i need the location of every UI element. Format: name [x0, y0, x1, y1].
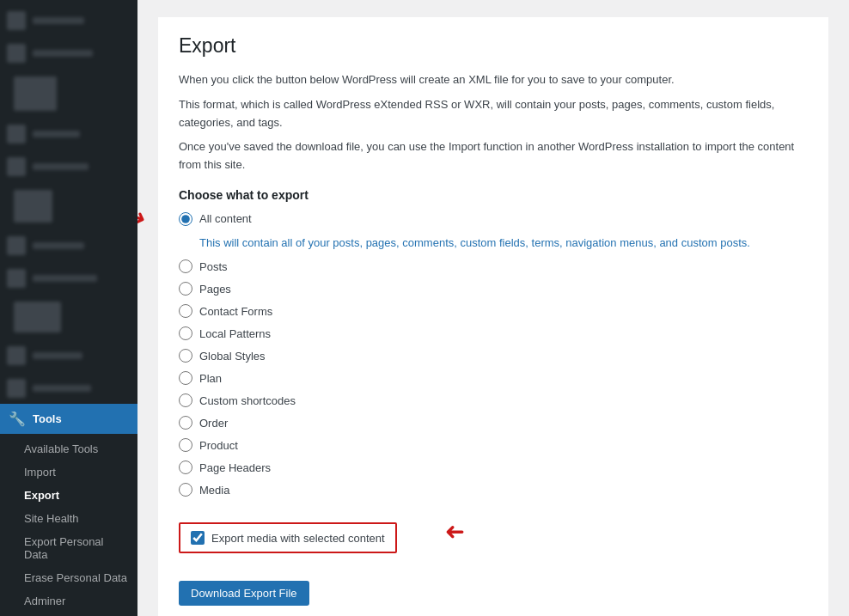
radio-all-content[interactable]: All content [179, 212, 252, 226]
radio-page-headers-label: Page Headers [199, 461, 271, 474]
export-media-row: Export media with selected content ➜ [179, 509, 808, 553]
export-media-checkbox-section[interactable]: Export media with selected content [179, 522, 397, 553]
radio-custom-shortcodes[interactable]: Custom shortcodes [179, 393, 808, 407]
desc1: When you click the button below WordPres… [179, 71, 808, 89]
radio-all-content-input[interactable] [179, 212, 192, 226]
radio-pages[interactable]: Pages [179, 282, 808, 296]
sidebar-submenu: Available Tools Import Export Site Healt… [0, 434, 137, 616]
radio-posts-label: Posts [199, 260, 228, 273]
radio-page-headers[interactable]: Page Headers [179, 460, 808, 474]
sidebar-item-adminer[interactable]: Adminer [0, 589, 137, 613]
radio-order-label: Order [199, 417, 228, 430]
radio-contact-forms[interactable]: Contact Forms [179, 304, 808, 318]
radio-plan-label: Plan [199, 372, 222, 385]
radio-pages-label: Pages [199, 283, 231, 296]
sidebar-item-export[interactable]: Export [0, 484, 137, 507]
radio-media-input[interactable] [179, 483, 192, 497]
sidebar-item-site-health[interactable]: Site Health [0, 507, 137, 530]
radio-local-patterns[interactable]: Local Patterns [179, 326, 808, 340]
tools-icon: 🔧 [9, 411, 26, 427]
radio-contact-forms-input[interactable] [179, 304, 192, 318]
radio-pages-input[interactable] [179, 282, 192, 296]
download-export-btn[interactable]: Download Export File [179, 581, 309, 606]
page-title: Export [179, 34, 808, 58]
radio-custom-shortcodes-label: Custom shortcodes [199, 394, 296, 407]
radio-media[interactable]: Media [179, 483, 808, 497]
sidebar-top-items [0, 0, 137, 404]
sidebar-tools-header[interactable]: 🔧 Tools [0, 404, 137, 434]
export-media-label: Export media with selected content [211, 532, 385, 545]
content-wrapper: Export When you click the button below W… [158, 17, 828, 616]
main-content: Export When you click the button below W… [137, 0, 849, 616]
radio-product[interactable]: Product [179, 438, 808, 452]
radio-media-label: Media [199, 484, 229, 497]
arrow-all-content: ➜ [137, 201, 150, 233]
radio-local-patterns-input[interactable] [179, 326, 192, 340]
radio-product-label: Product [199, 439, 238, 452]
radio-global-styles[interactable]: Global Styles [179, 349, 808, 363]
radio-local-patterns-label: Local Patterns [199, 327, 271, 340]
radio-contact-forms-label: Contact Forms [199, 305, 272, 318]
radio-custom-shortcodes-input[interactable] [179, 393, 192, 407]
sidebar-item-available-tools[interactable]: Available Tools [0, 437, 137, 460]
sidebar-item-import[interactable]: Import [0, 460, 137, 484]
radio-global-styles-input[interactable] [179, 349, 192, 363]
sidebar-item-erase-personal-data[interactable]: Erase Personal Data [0, 566, 137, 589]
desc3: Once you've saved the download file, you… [179, 138, 808, 174]
all-content-desc: This will contain all of your posts, pag… [199, 235, 808, 252]
radio-order-input[interactable] [179, 416, 192, 430]
radio-product-input[interactable] [179, 438, 192, 452]
tools-label: Tools [33, 412, 62, 425]
sidebar-tools-section[interactable]: 🔧 Tools [0, 404, 137, 434]
export-media-checkbox[interactable] [191, 531, 205, 545]
radio-posts-input[interactable] [179, 259, 192, 273]
radio-plan[interactable]: Plan [179, 371, 808, 385]
sidebar-item-export-personal-data[interactable]: Export Personal Data [0, 530, 137, 566]
sidebar: 🔧 Tools Available Tools Import Export Si… [0, 0, 137, 616]
radio-posts[interactable]: Posts [179, 259, 808, 273]
desc2: This format, which is called WordPress e… [179, 96, 808, 132]
radio-group: Posts Pages Contact Forms Local Patterns… [179, 259, 808, 497]
choose-heading: Choose what to export [179, 188, 808, 202]
radio-all-content-label: All content [199, 212, 252, 225]
radio-global-styles-label: Global Styles [199, 350, 266, 363]
radio-plan-input[interactable] [179, 371, 192, 385]
arrow-export-media: ➜ [445, 517, 465, 546]
radio-page-headers-input[interactable] [179, 460, 192, 474]
download-btn-wrapper: Download Export File [179, 567, 808, 606]
radio-order[interactable]: Order [179, 416, 808, 430]
